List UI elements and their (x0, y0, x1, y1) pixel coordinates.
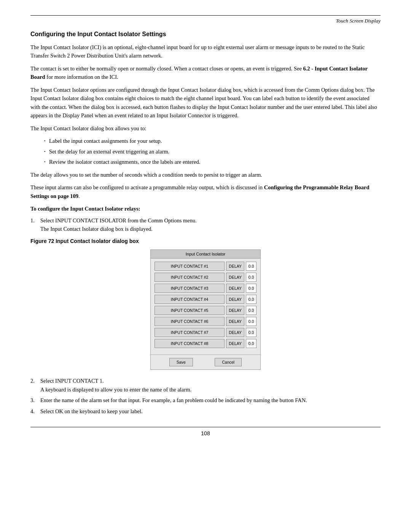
bottom-rule (30, 427, 381, 427)
cancel-button[interactable]: Cancel (215, 358, 242, 366)
figure-label: Figure 72 Input Contact Isolator dialog … (30, 237, 381, 246)
step-4-text: Select OK on the keyboard to keep your l… (40, 408, 143, 414)
contact-btn-4[interactable]: INPUT CONTACT #4 (155, 295, 225, 304)
dialog-title: Input Contact Isolator (151, 250, 260, 259)
contact-row-5: INPUT CONTACT #5 DELAY 0.0 (155, 306, 256, 315)
bullet-item-2: Set the delay for an external event trig… (42, 147, 381, 156)
delay-val-3: 0.0 (246, 284, 256, 293)
steps-list-2: 2. Select INPUT CONTACT 1. A keyboard is… (30, 377, 381, 415)
bullet-item-3: Review the isolator contact assignments,… (42, 158, 381, 166)
step-2-num: 2. (30, 377, 35, 385)
delay-val-8: 0.0 (246, 339, 256, 348)
step-1: 1. Select INPUT CONTACT ISOLATOR from th… (30, 216, 381, 233)
delay-val-4: 0.0 (246, 295, 256, 304)
dialog-footer: Save Cancel (151, 355, 260, 369)
step-3: 3. Enter the name of the alarm set for t… (30, 396, 381, 404)
delay-btn-2[interactable]: DELAY (226, 273, 244, 282)
delay-btn-8[interactable]: DELAY (226, 339, 244, 348)
bullet-item-1: Label the input contact assignments for … (42, 137, 381, 145)
delay-btn-5[interactable]: DELAY (226, 306, 244, 315)
contact-row-8: INPUT CONTACT #8 DELAY 0.0 (155, 339, 256, 348)
paragraph-3: The Input Contact Isolator options are c… (30, 86, 381, 120)
delay-btn-7[interactable]: DELAY (226, 328, 244, 337)
input-contact-isolator-dialog: Input Contact Isolator INPUT CONTACT #1 … (150, 249, 261, 370)
contact-row-1: INPUT CONTACT #1 DELAY 0.0 (155, 262, 256, 271)
delay-val-5: 0.0 (246, 306, 256, 315)
page: Touch Screen Display Configuring the Inp… (0, 0, 411, 532)
delay-val-7: 0.0 (246, 328, 256, 337)
contact-btn-8[interactable]: INPUT CONTACT #8 (155, 339, 225, 348)
contact-btn-5[interactable]: INPUT CONTACT #5 (155, 306, 225, 315)
step-4-num: 4. (30, 407, 35, 415)
contact-btn-1[interactable]: INPUT CONTACT #1 (155, 262, 225, 271)
step-2-text: Select INPUT CONTACT 1. A keyboard is di… (40, 378, 191, 392)
top-rule (30, 15, 381, 16)
contact-row-4: INPUT CONTACT #4 DELAY 0.0 (155, 295, 256, 304)
delay-val-6: 0.0 (246, 317, 256, 326)
contact-btn-7[interactable]: INPUT CONTACT #7 (155, 328, 225, 337)
contact-row-3: INPUT CONTACT #3 DELAY 0.0 (155, 284, 256, 293)
step-3-num: 3. (30, 396, 35, 404)
paragraph-5: The delay allows you to set the number o… (30, 171, 381, 179)
delay-val-1: 0.0 (246, 262, 256, 271)
paragraph-4: The Input Contact Isolator dialog box al… (30, 124, 381, 133)
step-1-text: Select INPUT CONTACT ISOLATOR from the C… (40, 217, 197, 232)
steps-list: 1. Select INPUT CONTACT ISOLATOR from th… (30, 216, 381, 233)
contact-btn-2[interactable]: INPUT CONTACT #2 (155, 273, 225, 282)
step-1-num: 1. (30, 216, 35, 225)
step-2: 2. Select INPUT CONTACT 1. A keyboard is… (30, 377, 381, 394)
contact-row-7: INPUT CONTACT #7 DELAY 0.0 (155, 328, 256, 337)
step-4: 4. Select OK on the keyboard to keep you… (30, 407, 381, 415)
delay-val-2: 0.0 (246, 273, 256, 282)
paragraph-2: The contact is set to either be normally… (30, 64, 381, 81)
contact-row-2: INPUT CONTACT #2 DELAY 0.0 (155, 273, 256, 282)
bullet-list: Label the input contact assignments for … (42, 137, 381, 166)
header-title: Touch Screen Display (30, 18, 381, 24)
contact-btn-6[interactable]: INPUT CONTACT #6 (155, 317, 225, 326)
step-3-text: Enter the name of the alarm set for that… (40, 397, 307, 403)
save-button[interactable]: Save (169, 358, 193, 366)
paragraph-1: The Input Contact Isolator (ICI) is an o… (30, 43, 381, 60)
delay-btn-1[interactable]: DELAY (226, 262, 244, 271)
dialog-body: INPUT CONTACT #1 DELAY 0.0 INPUT CONTACT… (151, 259, 260, 353)
contact-btn-3[interactable]: INPUT CONTACT #3 (155, 284, 225, 293)
delay-btn-3[interactable]: DELAY (226, 284, 244, 293)
delay-btn-6[interactable]: DELAY (226, 317, 244, 326)
delay-btn-4[interactable]: DELAY (226, 295, 244, 304)
section-heading: Configuring the Input Contact Isolator S… (30, 31, 381, 38)
page-number: 108 (30, 430, 381, 436)
dialog-container: Input Contact Isolator INPUT CONTACT #1 … (30, 249, 381, 370)
contact-row-6: INPUT CONTACT #6 DELAY 0.0 (155, 317, 256, 326)
paragraph-6: These input alarms can also be configure… (30, 183, 381, 200)
subheading: To configure the Input Contact Isolator … (30, 204, 381, 213)
